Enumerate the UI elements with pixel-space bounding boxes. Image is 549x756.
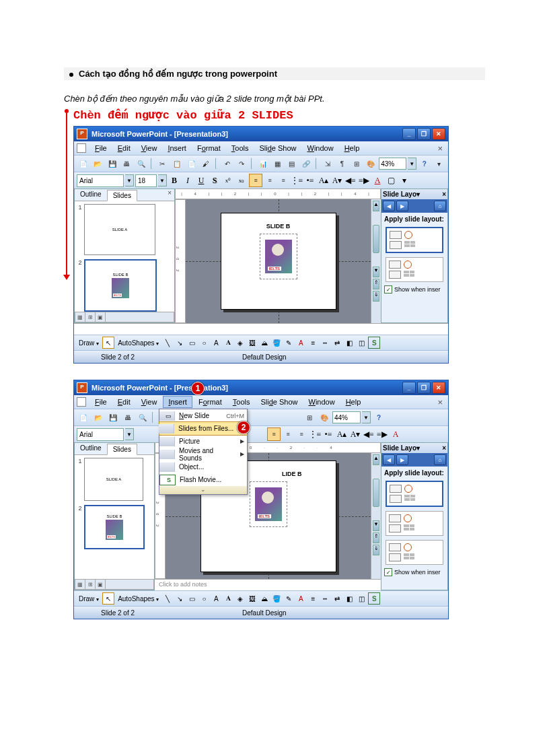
menu-window[interactable]: Window: [304, 397, 340, 407]
menu-view[interactable]: View: [137, 143, 162, 153]
arrow-style-icon[interactable]: ⇄: [332, 337, 342, 348]
line-style-icon[interactable]: ≡: [307, 337, 318, 348]
align-center-button[interactable]: ≡: [264, 174, 276, 186]
diagram-icon[interactable]: ◈: [235, 337, 246, 348]
normal-view-button[interactable]: ▦: [75, 312, 85, 322]
maximize-button[interactable]: ❐: [417, 382, 431, 394]
grid-icon[interactable]: ⊞: [303, 411, 316, 424]
decrease-indent-button[interactable]: ◀≡: [363, 428, 375, 440]
vertical-scrollbar[interactable]: ▲ ▼ ⇑ ⇓: [371, 453, 381, 579]
grid-icon[interactable]: ⊞: [350, 157, 363, 170]
expand-icon[interactable]: ⇲: [321, 157, 334, 170]
arrow-icon[interactable]: ↘: [174, 337, 185, 348]
toolbar-options-icon[interactable]: ▾: [433, 157, 446, 170]
subscript-button[interactable]: x₀: [235, 174, 248, 186]
menu-tools[interactable]: Tools: [228, 397, 255, 407]
fontsize-select[interactable]: 18: [135, 174, 157, 187]
menu-tools[interactable]: Tools: [227, 143, 254, 153]
menu-edit[interactable]: Edit: [113, 397, 135, 407]
taskpane-back-button[interactable]: ◀: [383, 201, 395, 211]
select-arrow-icon[interactable]: ↖: [102, 337, 114, 349]
menu-view[interactable]: View: [137, 397, 162, 407]
picture-icon[interactable]: ⛰: [259, 337, 270, 348]
line-style-icon[interactable]: ≡: [307, 593, 318, 604]
slide-thumbnail-1[interactable]: SLIDE A: [84, 204, 155, 255]
zoom-dropdown[interactable]: ▼: [408, 158, 416, 170]
wordart-icon[interactable]: 𝐀: [223, 337, 233, 348]
flash-icon[interactable]: S: [368, 592, 380, 605]
align-right-button[interactable]: ≡: [277, 174, 289, 186]
new-icon[interactable]: 📄: [77, 157, 90, 170]
line-icon[interactable]: ╲: [162, 593, 173, 604]
taskpane-forward-button[interactable]: ▶: [396, 201, 408, 211]
oval-icon[interactable]: ○: [198, 337, 209, 348]
oval-icon[interactable]: ○: [198, 593, 209, 604]
menu-help[interactable]: Help: [341, 397, 366, 407]
titlebar[interactable]: P Microsoft PowerPoint - [Presentation3]…: [74, 380, 448, 395]
dash-style-icon[interactable]: ┅: [320, 593, 330, 604]
taskpane-home-button[interactable]: ⌂: [434, 201, 446, 211]
vertical-scrollbar[interactable]: ▲ ▼ ⇑ ⇓: [371, 199, 381, 323]
format-painter-icon[interactable]: 🖌: [199, 157, 213, 170]
fontsize-dropdown[interactable]: ▼: [158, 174, 167, 186]
menu-flash-movie[interactable]: S Flash Movie...: [159, 473, 247, 486]
rectangle-icon[interactable]: ▭: [186, 593, 197, 604]
save-icon[interactable]: 💾: [106, 157, 119, 170]
increase-font-button[interactable]: A▴: [336, 428, 348, 440]
menu-edit[interactable]: Edit: [113, 143, 135, 153]
line-icon[interactable]: ╲: [162, 337, 173, 348]
design-button[interactable]: ▢: [385, 174, 397, 186]
align-left-button[interactable]: ≡: [267, 427, 281, 441]
paste-icon[interactable]: 📄: [185, 157, 198, 170]
textbox-icon[interactable]: A: [211, 337, 221, 348]
increase-indent-button[interactable]: ≡▶: [376, 428, 388, 440]
3d-style-icon[interactable]: ◫: [356, 337, 367, 348]
bold-button[interactable]: B: [168, 174, 180, 186]
normal-view-button[interactable]: ▦: [75, 580, 85, 589]
picture-icon[interactable]: ⛰: [259, 593, 270, 604]
menu-format[interactable]: Format: [194, 397, 227, 407]
font-select[interactable]: Arial: [77, 428, 124, 441]
taskpane-close-button[interactable]: ×: [442, 191, 446, 198]
menu-file[interactable]: File: [90, 397, 112, 407]
taskpane-close-button[interactable]: ×: [442, 444, 446, 452]
slide-thumbnail-2[interactable]: SLIDE B: [84, 259, 157, 312]
maximize-button[interactable]: ❐: [417, 128, 431, 140]
bullets-button[interactable]: •≡: [304, 174, 316, 186]
open-icon[interactable]: 📂: [92, 157, 105, 170]
autoshapes-menu[interactable]: AutoShapes ▾: [116, 339, 161, 347]
hyperlink-icon[interactable]: 🔗: [300, 157, 314, 170]
menu-movies-sounds[interactable]: Movies and Sounds ▶: [159, 448, 247, 460]
menu-format[interactable]: Format: [192, 143, 225, 153]
taskpane-home-button[interactable]: ⌂: [434, 454, 446, 465]
font-select[interactable]: Arial: [77, 174, 124, 187]
layout-option-selected[interactable]: [386, 481, 443, 507]
font-color-icon[interactable]: A: [295, 337, 306, 348]
outline-tab[interactable]: Outline: [75, 189, 107, 201]
rectangle-icon[interactable]: ▭: [186, 337, 197, 348]
bullets-button[interactable]: •≡: [322, 428, 334, 440]
help-icon[interactable]: ?: [372, 411, 386, 424]
line-color-icon[interactable]: ✎: [283, 593, 294, 604]
help-icon[interactable]: ?: [418, 157, 431, 170]
slide-thumbnail-2[interactable]: SLIDE B: [84, 505, 145, 549]
open-icon[interactable]: 📂: [92, 411, 105, 424]
superscript-button[interactable]: x⁰: [222, 174, 234, 186]
decrease-indent-button[interactable]: ◀≡: [344, 174, 357, 186]
show-when-inserting-checkbox[interactable]: ✓Show when inser: [381, 283, 447, 296]
arrow-style-icon[interactable]: ⇄: [332, 593, 342, 604]
numbering-button[interactable]: ⋮≡: [309, 428, 321, 440]
undo-icon[interactable]: ↶: [221, 157, 234, 170]
decrease-font-button[interactable]: A▾: [349, 428, 361, 440]
taskpane-forward-button[interactable]: ▶: [396, 454, 408, 465]
italic-button[interactable]: I: [182, 174, 194, 186]
color-icon[interactable]: 🎨: [318, 411, 331, 424]
show-formatting-icon[interactable]: ¶: [336, 157, 349, 170]
zoom-input[interactable]: 43%: [379, 158, 406, 170]
tables-borders-icon[interactable]: ▤: [285, 157, 299, 170]
slides-tab[interactable]: Slides: [107, 444, 137, 455]
underline-button[interactable]: U: [195, 174, 207, 186]
notes-pane[interactable]: [74, 323, 448, 335]
print-icon[interactable]: 🖶: [121, 411, 135, 424]
align-left-button[interactable]: ≡: [249, 174, 262, 187]
